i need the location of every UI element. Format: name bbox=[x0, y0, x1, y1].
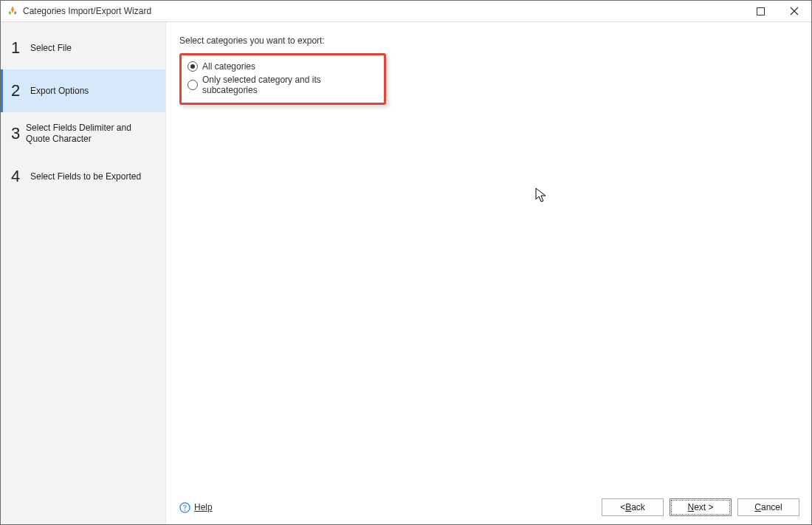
wizard-content: Select categories you want to export: Al… bbox=[166, 22, 811, 524]
export-prompt: Select categories you want to export: bbox=[179, 35, 796, 46]
export-options-panel: Select categories you want to export: Al… bbox=[166, 22, 811, 490]
wizard-step-2[interactable]: 2Export Options bbox=[1, 69, 165, 112]
step-label: Select File bbox=[29, 43, 72, 54]
wizard-step-4[interactable]: 4Select Fields to be Exported bbox=[1, 155, 165, 198]
radio-icon bbox=[187, 61, 198, 72]
step-label: Select Fields Delimiter and Quote Charac… bbox=[24, 123, 156, 145]
radio-all-categories[interactable]: All categories bbox=[185, 60, 376, 73]
back-button[interactable]: < Back bbox=[602, 498, 664, 516]
titlebar: Categories Import/Export Wizard bbox=[1, 1, 811, 22]
radio-selected-category[interactable]: Only selected category and its subcatego… bbox=[185, 73, 376, 97]
window-controls bbox=[743, 1, 811, 21]
close-button[interactable] bbox=[777, 1, 811, 21]
step-label: Select Fields to be Exported bbox=[29, 171, 141, 182]
radio-label: Only selected category and its subcatego… bbox=[202, 75, 376, 95]
wizard-step-3[interactable]: 3Select Fields Delimiter and Quote Chara… bbox=[1, 112, 165, 155]
help-link[interactable]: Help bbox=[179, 502, 213, 513]
export-scope-options: All categoriesOnly selected category and… bbox=[179, 53, 386, 105]
wizard-step-1[interactable]: 1Select File bbox=[1, 27, 165, 69]
cancel-button[interactable]: Cancel bbox=[737, 498, 799, 516]
step-number: 4 bbox=[11, 167, 29, 186]
step-number: 2 bbox=[11, 81, 29, 100]
step-number: 1 bbox=[11, 38, 29, 58]
wizard-window: Categories Import/Export Wizard 1Select … bbox=[0, 0, 812, 525]
maximize-button[interactable] bbox=[743, 1, 777, 21]
next-button[interactable]: Next > bbox=[670, 498, 732, 516]
maximize-icon bbox=[757, 7, 765, 16]
wizard-body: 1Select File2Export Options3Select Field… bbox=[1, 22, 811, 524]
radio-label: All categories bbox=[202, 61, 255, 72]
wizard-steps-sidebar: 1Select File2Export Options3Select Field… bbox=[1, 22, 166, 524]
svg-rect-0 bbox=[757, 7, 764, 15]
radio-icon bbox=[187, 80, 198, 90]
step-number: 3 bbox=[11, 124, 24, 143]
app-icon bbox=[7, 5, 18, 17]
help-icon bbox=[179, 502, 190, 513]
mouse-cursor-icon bbox=[535, 188, 548, 204]
step-label: Export Options bbox=[29, 86, 89, 97]
help-label: Help bbox=[194, 502, 213, 512]
window-title: Categories Import/Export Wizard bbox=[23, 6, 151, 16]
wizard-footer: Help < Back Next > Cancel bbox=[166, 490, 811, 524]
close-icon bbox=[790, 7, 799, 16]
